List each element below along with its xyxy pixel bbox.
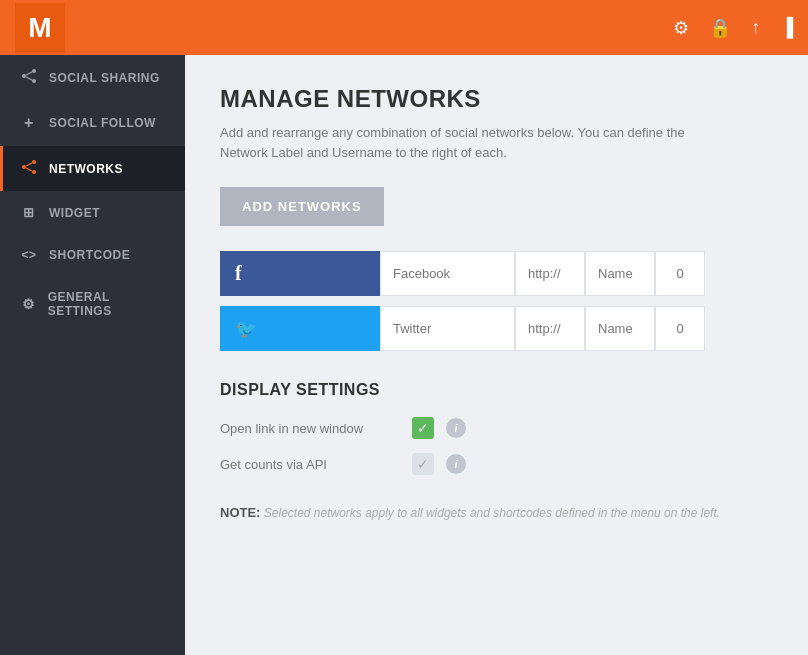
page-description: Add and rearrange any combination of soc… xyxy=(220,123,720,162)
svg-line-3 xyxy=(26,72,32,75)
svg-point-2 xyxy=(22,74,26,78)
bar-chart-icon[interactable]: ▐ xyxy=(780,17,793,38)
sidebar-label-general-settings: GENERAL SETTINGS xyxy=(48,290,167,318)
sidebar-label-social-follow: SOCIAL FOLLOW xyxy=(49,116,156,130)
svg-point-0 xyxy=(32,69,36,73)
social-follow-icon: + xyxy=(21,114,37,132)
network-row-twitter: 🐦 xyxy=(220,306,773,351)
facebook-url-input[interactable] xyxy=(515,251,585,296)
open-new-window-info-icon[interactable]: i xyxy=(446,418,466,438)
sidebar: SOCIAL SHARING + SOCIAL FOLLOW NETWORKS … xyxy=(0,55,185,655)
page-title: MANAGE NETWORKS xyxy=(220,85,773,113)
svg-line-8 xyxy=(26,163,32,166)
sidebar-item-widget[interactable]: ⊞ WIDGET xyxy=(0,191,185,234)
facebook-icon: f xyxy=(235,262,242,285)
facebook-button[interactable]: f xyxy=(220,251,380,296)
setting-row-open-new-window: Open link in new window ✓ i xyxy=(220,417,773,439)
facebook-name-input[interactable] xyxy=(585,251,655,296)
setting-row-get-counts: Get counts via API ✓ i xyxy=(220,453,773,475)
get-counts-checkbox[interactable]: ✓ xyxy=(412,453,434,475)
networks-icon xyxy=(21,160,37,177)
sidebar-label-widget: WIDGET xyxy=(49,206,100,220)
networks-list: f 🐦 xyxy=(220,251,773,351)
twitter-label-input[interactable] xyxy=(380,306,515,351)
display-settings-title: DISPLAY SETTINGS xyxy=(220,381,773,399)
svg-line-4 xyxy=(26,77,32,80)
svg-point-7 xyxy=(22,165,26,169)
note-label: NOTE: xyxy=(220,505,260,520)
sidebar-item-social-sharing[interactable]: SOCIAL SHARING xyxy=(0,55,185,100)
twitter-count-input[interactable] xyxy=(655,306,705,351)
main-content: MANAGE NETWORKS Add and rearrange any co… xyxy=(185,55,808,655)
sidebar-item-shortcode[interactable]: <> SHORTCODE xyxy=(0,234,185,276)
sidebar-label-networks: NETWORKS xyxy=(49,162,123,176)
facebook-label-input[interactable] xyxy=(380,251,515,296)
twitter-button[interactable]: 🐦 xyxy=(220,306,380,351)
widget-icon: ⊞ xyxy=(21,205,37,220)
note-text: Selected networks apply to all widgets a… xyxy=(264,506,720,520)
svg-point-6 xyxy=(32,170,36,174)
sidebar-label-shortcode: SHORTCODE xyxy=(49,248,130,262)
twitter-name-input[interactable] xyxy=(585,306,655,351)
logo: M xyxy=(15,3,65,53)
upload-icon[interactable]: ↑ xyxy=(751,17,760,38)
header-icons: ⚙ 🔒 ↑ ▐ xyxy=(673,17,793,39)
lock-icon[interactable]: 🔒 xyxy=(709,17,731,39)
note-section: NOTE: Selected networks apply to all wid… xyxy=(220,505,773,520)
social-sharing-icon xyxy=(21,69,37,86)
open-new-window-checkbox[interactable]: ✓ xyxy=(412,417,434,439)
setting-label-get-counts: Get counts via API xyxy=(220,457,400,472)
sidebar-label-social-sharing: SOCIAL SHARING xyxy=(49,71,160,85)
layout: SOCIAL SHARING + SOCIAL FOLLOW NETWORKS … xyxy=(0,55,808,655)
network-row-facebook: f xyxy=(220,251,773,296)
twitter-icon: 🐦 xyxy=(235,318,257,340)
svg-point-1 xyxy=(32,79,36,83)
svg-line-9 xyxy=(26,168,32,171)
facebook-count-input[interactable] xyxy=(655,251,705,296)
shortcode-icon: <> xyxy=(21,248,37,262)
sidebar-item-social-follow[interactable]: + SOCIAL FOLLOW xyxy=(0,100,185,146)
logo-letter: M xyxy=(28,12,51,44)
twitter-url-input[interactable] xyxy=(515,306,585,351)
setting-label-open-new-window: Open link in new window xyxy=(220,421,400,436)
gear-icon[interactable]: ⚙ xyxy=(673,17,689,39)
top-header: M ⚙ 🔒 ↑ ▐ xyxy=(0,0,808,55)
get-counts-info-icon[interactable]: i xyxy=(446,454,466,474)
add-networks-button[interactable]: ADD NETWORKS xyxy=(220,187,384,226)
sidebar-item-networks[interactable]: NETWORKS xyxy=(0,146,185,191)
svg-point-5 xyxy=(32,160,36,164)
sidebar-item-general-settings[interactable]: ⚙ GENERAL SETTINGS xyxy=(0,276,185,332)
general-settings-icon: ⚙ xyxy=(21,296,36,312)
